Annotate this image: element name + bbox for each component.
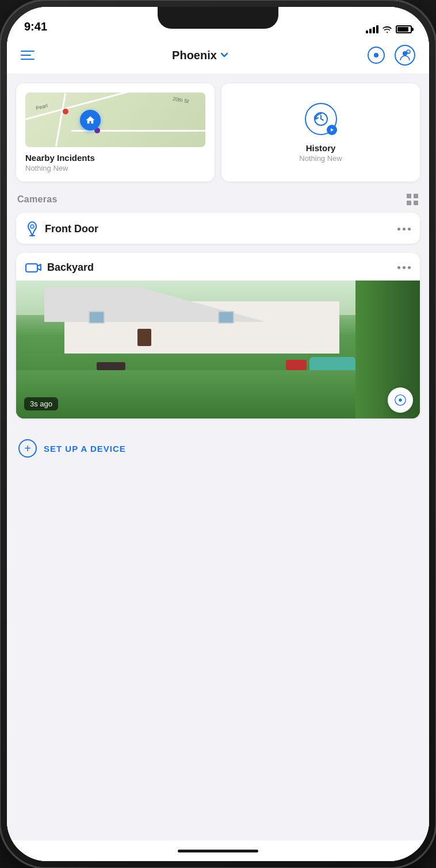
nearby-incidents-subtitle: Nothing New (25, 164, 205, 172)
phone-frame: 9:41 (0, 0, 436, 868)
front-door-camera-card[interactable]: Front Door (16, 213, 420, 244)
map-preview: Pearl 20th St (25, 93, 205, 147)
home-indicator (7, 840, 429, 861)
backyard-name-row: Backyard (25, 261, 94, 274)
svg-point-1 (374, 53, 378, 57)
history-title: History (306, 143, 336, 153)
backyard-mode-badge[interactable] (388, 387, 413, 413)
nearby-incidents-title: Nearby Incidents (25, 153, 205, 163)
history-subtitle: Nothing New (299, 154, 342, 163)
nearby-incidents-card[interactable]: Pearl 20th St Near (16, 83, 215, 182)
setup-device-label: SET UP A DEVICE (44, 444, 126, 454)
backyard-timestamp: 3s ago (24, 397, 58, 410)
menu-button[interactable] (21, 51, 35, 60)
svg-rect-8 (414, 194, 418, 198)
backyard-feed[interactable]: 3s ago (16, 281, 420, 418)
front-door-header: Front Door (16, 213, 420, 244)
status-time: 9:41 (24, 20, 47, 33)
history-card[interactable]: History Nothing New (221, 83, 420, 182)
notch (158, 7, 278, 29)
front-door-more-button[interactable] (397, 228, 411, 231)
front-door-name-row: Front Door (25, 221, 98, 237)
app-header: Phoenix (7, 38, 429, 74)
cameras-section-header: Cameras (16, 193, 420, 206)
backyard-name: Backyard (47, 262, 94, 274)
svg-rect-14 (26, 264, 37, 272)
svg-text:+: + (407, 51, 409, 54)
backyard-header: Backyard (16, 253, 420, 281)
location-selector[interactable]: Phoenix (172, 49, 228, 62)
doorbell-icon (25, 221, 39, 237)
cameras-section-title: Cameras (17, 194, 58, 205)
top-cards-row: Pearl 20th St Near (16, 83, 420, 182)
svg-rect-7 (407, 194, 411, 198)
wifi-icon (382, 25, 392, 33)
camera-icon (25, 261, 41, 274)
profile-button[interactable]: + (395, 45, 415, 66)
app-screen: 9:41 (7, 7, 429, 861)
chevron-down-icon (220, 52, 228, 58)
svg-point-11 (30, 225, 34, 228)
map-home-pin (80, 110, 101, 130)
backyard-more-button[interactable] (397, 266, 411, 269)
location-name: Phoenix (172, 49, 217, 62)
signal-icon (366, 25, 378, 33)
battery-icon (396, 25, 412, 33)
svg-marker-15 (37, 264, 41, 270)
setup-device-row[interactable]: + SET UP A DEVICE (16, 428, 420, 469)
backyard-camera-card[interactable]: Backyard (16, 253, 420, 418)
map-incident-dot-red (63, 109, 68, 114)
main-content: Pearl 20th St Near (7, 74, 429, 840)
svg-point-16 (399, 398, 402, 402)
phone-screen: 9:41 (7, 7, 429, 861)
night-mode-button[interactable] (366, 45, 387, 66)
svg-rect-10 (414, 201, 418, 205)
header-actions: + (366, 45, 415, 66)
front-door-name: Front Door (45, 223, 98, 235)
status-icons (366, 25, 412, 33)
setup-plus-icon: + (18, 439, 37, 458)
svg-marker-6 (331, 128, 334, 132)
grid-view-button[interactable] (406, 193, 419, 206)
svg-rect-9 (407, 201, 411, 205)
home-bar (178, 850, 258, 852)
history-icon (305, 103, 337, 135)
